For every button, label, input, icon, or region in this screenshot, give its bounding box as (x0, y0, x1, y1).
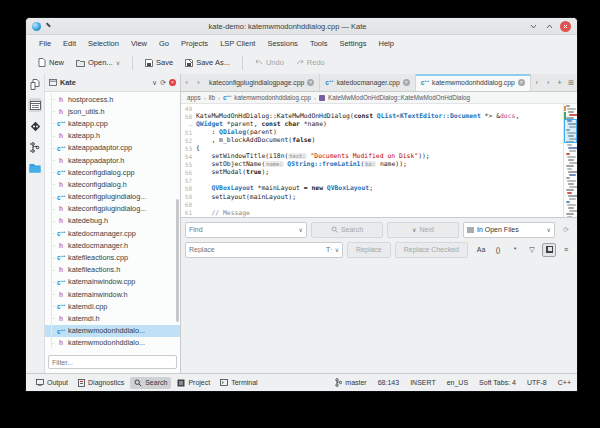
breadcrumb-item-apps[interactable]: apps (187, 94, 201, 101)
tab-katemwmodonhddialog-cpp[interactable]: c++katemwmodonhddialog.cpp× (416, 74, 531, 91)
new-tab-icon[interactable]: + (554, 74, 566, 91)
breadcrumb-item-katemwmodonhddialog-cpp[interactable]: katemwmodonhddialog.cpp (234, 94, 311, 101)
file-item-katemdi-h[interactable]: hkatemdi.h (45, 312, 180, 324)
tab-close-icon[interactable]: × (403, 79, 410, 86)
find-dropdown-icon[interactable]: ∨ (299, 226, 303, 233)
replace-combo[interactable]: T· ∨ (185, 242, 343, 258)
code-lines[interactable]: 4950KateMwModOnHdDialog::KateMwModOnHdDi… (181, 104, 563, 217)
file-item-hostprocess-h[interactable]: hhostprocess.h (45, 93, 180, 105)
title-bar[interactable]: kate-demo: katemwmodonhddialog.cpp — Kat… (26, 18, 577, 35)
projects-icon[interactable] (28, 98, 42, 112)
code-line[interactable]: 59 setLayout(mainLayout); (181, 193, 563, 201)
open-button[interactable]: Open... ∨ (72, 56, 124, 69)
find-combo[interactable]: ∨ (185, 222, 307, 238)
redo-button[interactable]: Redo (292, 56, 329, 69)
file-item-katedebug-h[interactable]: hkatedebug.h (45, 215, 180, 227)
breadcrumb-item-katemwmodonhddialog-kate[interactable]: KateMwModOnHdDialog::KateMwModOnHdDialog (328, 94, 470, 101)
maximize-button[interactable] (544, 21, 555, 32)
options-icon[interactable]: ≡ (559, 243, 573, 257)
statusbar-toggle-search[interactable]: Search (130, 377, 171, 389)
menu-tools[interactable]: Tools (305, 38, 333, 49)
file-item-katemdi-cpp[interactable]: c++katemdi.cpp (45, 300, 180, 312)
code-line[interactable]: 61 // Message (181, 209, 563, 217)
filter-results-icon[interactable]: ▽ (525, 243, 539, 257)
tab-scroll-left-icon[interactable]: ‹ (531, 74, 543, 91)
tab-history-back-icon[interactable]: ‹ (181, 74, 193, 91)
file-item-katedocmanager-h[interactable]: hkatedocmanager.h (45, 239, 180, 251)
file-item-katemwmodonhddialo[interactable]: hkatemwmodonhddialo... (45, 337, 180, 348)
file-item-kateconfigplugindialog[interactable]: hkateconfigplugindialog... (45, 203, 180, 215)
code-line[interactable]: 53{ (181, 144, 563, 152)
file-item-kateconfigdialog-h[interactable]: hkateconfigdialog.h (45, 178, 180, 190)
file-item-kateappadaptor-h[interactable]: hkateappadaptor.h (45, 154, 180, 166)
file-item-kateapp-h[interactable]: hkateapp.h (45, 130, 180, 142)
tab-close-icon[interactable]: × (518, 79, 525, 86)
breadcrumb-item-lib[interactable]: lib (209, 94, 215, 101)
menu-projects[interactable]: Projects (176, 38, 213, 49)
menu-edit[interactable]: Edit (58, 38, 81, 49)
code-line[interactable]: 56 setModal(true); (181, 168, 563, 176)
save-as-button[interactable]: Save As... (181, 56, 234, 69)
menu-file[interactable]: File (34, 38, 56, 49)
tab-kateconfigplugindialogpage-cpp[interactable]: kateconfigplugindialogpage.cpp× (204, 74, 320, 91)
menu-sessions[interactable]: Sessions (262, 38, 302, 49)
project-dropdown-icon[interactable]: ∨ (152, 79, 157, 87)
replace-dropdown-icon[interactable]: ∨ (335, 246, 339, 253)
code-line[interactable]: 51 : QDialog(parent) (181, 128, 563, 136)
refresh-search-icon[interactable]: ⟳ (559, 223, 573, 237)
statusbar-toggle-diagnostics[interactable]: Diagnostics (74, 377, 128, 389)
file-item-katedocmanager-cpp[interactable]: c++katedocmanager.cpp (45, 227, 180, 239)
menu-help[interactable]: Help (374, 38, 399, 49)
status-en-us[interactable]: en_US (447, 379, 468, 386)
minimap-viewport[interactable] (564, 119, 577, 143)
minimize-button[interactable] (528, 21, 539, 32)
code-line[interactable]: 49 (181, 104, 563, 112)
project-reload-icon[interactable]: ⟳ (160, 79, 166, 87)
file-item-katefileactions-cpp[interactable]: c++katefileactions.cpp (45, 251, 180, 263)
status-master[interactable]: master (335, 378, 366, 388)
statusbar-toggle-project[interactable]: Project (173, 377, 214, 389)
file-item-katemwmodonhddialo[interactable]: c++katemwmodonhddialo... (45, 325, 180, 337)
tab-close-icon[interactable]: × (307, 79, 314, 86)
insert-placeholder-icon[interactable]: T· (326, 246, 333, 253)
replace-input[interactable] (189, 246, 324, 253)
code-area[interactable]: 4950KateMwModOnHdDialog::KateMwModOnHdDi… (181, 104, 577, 217)
file-item-kateapp-cpp[interactable]: c++kateapp.cpp (45, 117, 180, 129)
file-item-kateappadaptor-cpp[interactable]: c++kateappadaptor.cpp (45, 142, 180, 154)
menu-lsp-client[interactable]: LSP Client (215, 38, 260, 49)
file-item-katemainwindow-cpp[interactable]: c++katemainwindow.cpp (45, 276, 180, 288)
next-button[interactable]: ∨ Next (387, 222, 459, 238)
file-item-kateconfigplugindialog[interactable]: c++kateconfigplugindialog... (45, 191, 180, 203)
code-line[interactable]: 60 (181, 201, 563, 209)
file-item-katemainwindow-h[interactable]: hkatemainwindow.h (45, 288, 180, 300)
menu-view[interactable]: View (126, 38, 152, 49)
file-item-json-utils-h[interactable]: hjson_utils.h (45, 105, 180, 117)
close-button[interactable] (560, 21, 571, 32)
documents-icon[interactable] (28, 77, 42, 91)
file-item-kateconfigdialog-cpp[interactable]: c++kateconfigdialog.cpp (45, 166, 180, 178)
statusbar-toggle-output[interactable]: Output (32, 377, 72, 389)
status-soft-tabs-4[interactable]: Soft Tabs: 4 (479, 379, 516, 386)
save-button[interactable]: Save (141, 56, 177, 69)
tab-katedocmanager-cpp[interactable]: c++katedocmanager.cpp× (320, 74, 415, 91)
search-results-area[interactable] (181, 260, 577, 373)
search-button[interactable]: Search (311, 222, 383, 238)
git-icon[interactable] (28, 119, 42, 133)
replace-button[interactable]: Replace (347, 242, 391, 258)
code-line[interactable]: 50KateMwModOnHdDialog::KateMwModOnHdDial… (181, 112, 563, 120)
match-case-icon[interactable]: Aa (474, 243, 488, 257)
file-item-katefileactions-h[interactable]: hkatefileactions.h (45, 264, 180, 276)
menu-settings[interactable]: Settings (334, 38, 371, 49)
undo-button[interactable]: Undo (251, 56, 288, 69)
new-button[interactable]: New (34, 56, 68, 69)
filesystem-folder-icon[interactable] (28, 161, 42, 175)
search-scope-combo[interactable]: In Open Files ∨ (463, 222, 555, 238)
tab-history-forward-icon[interactable]: › (193, 74, 205, 91)
find-input[interactable] (189, 226, 297, 233)
menu-go[interactable]: Go (154, 38, 174, 49)
split-view-icon[interactable]: ⊞ (565, 74, 577, 91)
menu-selection[interactable]: Selection (83, 38, 124, 49)
minimap-scrollbar[interactable] (563, 104, 577, 217)
code-line[interactable]: 57 (181, 176, 563, 184)
code-line[interactable]: ~QWidget *parent, const char *name) (181, 120, 563, 128)
